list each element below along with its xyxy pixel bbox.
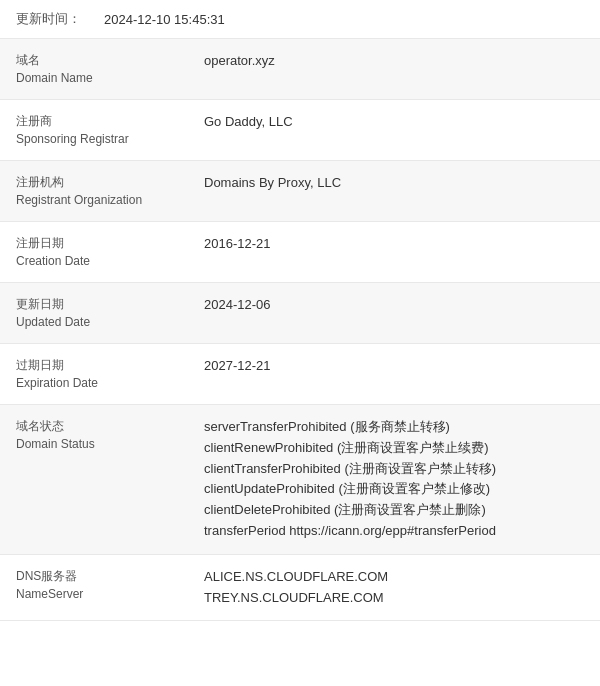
row-updated-date: 更新日期Updated Date2024-12-06 <box>0 283 600 344</box>
label-col-domain-name: 域名Domain Name <box>16 51 196 87</box>
label-zh-registrant-organization: 注册机构 <box>16 173 196 191</box>
label-col-registrant-organization: 注册机构Registrant Organization <box>16 173 196 209</box>
value-domain-name: operator.xyz <box>196 51 584 72</box>
row-domain-status: 域名状态Domain StatusserverTransferProhibite… <box>0 405 600 555</box>
row-nameserver: DNS服务器NameServerALICE.NS.CLOUDFLARE.COMT… <box>0 555 600 622</box>
value-domain-status: serverTransferProhibited (服务商禁止转移)client… <box>196 417 584 542</box>
label-col-expiration-date: 过期日期Expiration Date <box>16 356 196 392</box>
label-col-sponsoring-registrar: 注册商Sponsoring Registrar <box>16 112 196 148</box>
row-expiration-date: 过期日期Expiration Date2027-12-21 <box>0 344 600 405</box>
label-en-expiration-date: Expiration Date <box>16 374 196 392</box>
value-sponsoring-registrar: Go Daddy, LLC <box>196 112 584 133</box>
label-zh-nameserver: DNS服务器 <box>16 567 196 585</box>
label-en-creation-date: Creation Date <box>16 252 196 270</box>
value-expiration-date: 2027-12-21 <box>196 356 584 377</box>
label-col-creation-date: 注册日期Creation Date <box>16 234 196 270</box>
value-updated-date: 2024-12-06 <box>196 295 584 316</box>
row-sponsoring-registrar: 注册商Sponsoring RegistrarGo Daddy, LLC <box>0 100 600 161</box>
update-time-value: 2024-12-10 15:45:31 <box>96 12 225 27</box>
label-en-domain-status: Domain Status <box>16 435 196 453</box>
label-zh-domain-name: 域名 <box>16 51 196 69</box>
value-registrant-organization: Domains By Proxy, LLC <box>196 173 584 194</box>
row-domain-name: 域名Domain Nameoperator.xyz <box>0 39 600 100</box>
label-en-registrant-organization: Registrant Organization <box>16 191 196 209</box>
label-en-sponsoring-registrar: Sponsoring Registrar <box>16 130 196 148</box>
label-zh-updated-date: 更新日期 <box>16 295 196 313</box>
label-zh-domain-status: 域名状态 <box>16 417 196 435</box>
label-en-domain-name: Domain Name <box>16 69 196 87</box>
update-time-row: 更新时间： 2024-12-10 15:45:31 <box>0 0 600 39</box>
row-registrant-organization: 注册机构Registrant OrganizationDomains By Pr… <box>0 161 600 222</box>
label-col-nameserver: DNS服务器NameServer <box>16 567 196 603</box>
update-time-label: 更新时间： <box>16 10 96 28</box>
value-nameserver: ALICE.NS.CLOUDFLARE.COMTREY.NS.CLOUDFLAR… <box>196 567 584 609</box>
label-zh-sponsoring-registrar: 注册商 <box>16 112 196 130</box>
label-col-updated-date: 更新日期Updated Date <box>16 295 196 331</box>
row-creation-date: 注册日期Creation Date2016-12-21 <box>0 222 600 283</box>
label-col-domain-status: 域名状态Domain Status <box>16 417 196 453</box>
label-zh-creation-date: 注册日期 <box>16 234 196 252</box>
label-en-nameserver: NameServer <box>16 585 196 603</box>
value-creation-date: 2016-12-21 <box>196 234 584 255</box>
label-en-updated-date: Updated Date <box>16 313 196 331</box>
label-zh-expiration-date: 过期日期 <box>16 356 196 374</box>
